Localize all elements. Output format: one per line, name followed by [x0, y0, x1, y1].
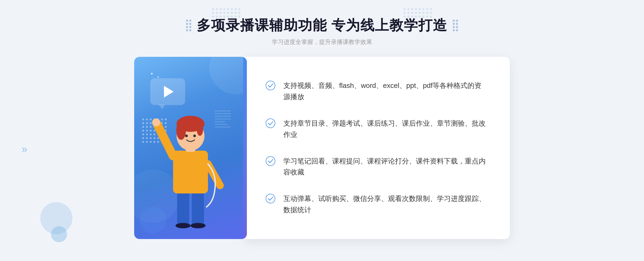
- check-icon-4: [266, 194, 275, 203]
- main-title: 多项录播课辅助功能 专为线上教学打造: [197, 16, 447, 35]
- svg-point-2: [175, 223, 191, 228]
- check-icon-2: [266, 118, 275, 128]
- svg-rect-0: [177, 188, 189, 226]
- svg-point-10: [176, 121, 186, 140]
- blue-circle-deco-small: [51, 226, 67, 242]
- header-dots-right: [453, 20, 458, 31]
- content-area: ✦ ✦: [134, 57, 510, 239]
- feature-text-1: 支持视频、音频、flash、word、excel、ppt、pdf等各种格式的资源…: [283, 80, 488, 102]
- feature-item-2: 支持章节目录、弹题考试、课后练习、课后作业、章节测验、批改作业: [266, 113, 488, 146]
- header-dots-left: [186, 20, 191, 31]
- sparkle-1: ✦: [150, 72, 153, 76]
- svg-point-16: [266, 119, 275, 128]
- svg-point-17: [266, 156, 275, 166]
- illustration-card: ✦ ✦: [134, 57, 247, 239]
- svg-rect-4: [173, 151, 208, 193]
- svg-point-13: [193, 135, 196, 137]
- header-section: 多项录播课辅助功能 专为线上教学打造 学习进度全掌握，提升录播课教学效果: [186, 16, 458, 46]
- subtitle: 学习进度全掌握，提升录播课教学效果: [186, 38, 458, 46]
- svg-point-3: [191, 223, 206, 228]
- feature-text-4: 互动弹幕、试听购买、微信分享、观看次数限制、学习进度跟踪、数据统计: [283, 193, 488, 215]
- sparkle-2: ✦: [157, 76, 159, 79]
- check-icon-1: [266, 81, 275, 90]
- page-left-deco: »: [21, 144, 27, 154]
- svg-line-5: [157, 124, 173, 156]
- svg-point-11: [197, 122, 203, 136]
- features-panel: 支持视频、音频、flash、word、excel、ppt、pdf等各种格式的资源…: [244, 57, 510, 239]
- feature-item-1: 支持视频、音频、flash、word、excel、ppt、pdf等各种格式的资源…: [266, 75, 488, 108]
- svg-point-18: [266, 194, 275, 203]
- person-figure: [142, 94, 233, 239]
- feature-item-4: 互动弹幕、试听购买、微信分享、观看次数限制、学习进度跟踪、数据统计: [266, 188, 488, 221]
- feature-text-2: 支持章节目录、弹题考试、课后练习、课后作业、章节测验、批改作业: [283, 118, 488, 140]
- svg-rect-1: [192, 188, 204, 226]
- svg-point-12: [185, 135, 188, 137]
- feature-text-3: 学习笔记回看、课程提问、课程评论打分、课件资料下载，重点内容收藏: [283, 156, 488, 178]
- chevron-right-icon: »: [21, 144, 27, 154]
- svg-point-14: [152, 118, 160, 126]
- header-decoration: 多项录播课辅助功能 专为线上教学打造: [186, 16, 458, 35]
- svg-point-15: [266, 81, 275, 90]
- illus-right-stripe: [243, 57, 247, 239]
- feature-item-3: 学习笔记回看、课程提问、课程评论打分、课件资料下载，重点内容收藏: [266, 150, 488, 183]
- check-icon-3: [266, 156, 275, 166]
- page-wrapper: 多项录播课辅助功能 专为线上教学打造 学习进度全掌握，提升录播课教学效果 ✦ ✦: [0, 0, 644, 261]
